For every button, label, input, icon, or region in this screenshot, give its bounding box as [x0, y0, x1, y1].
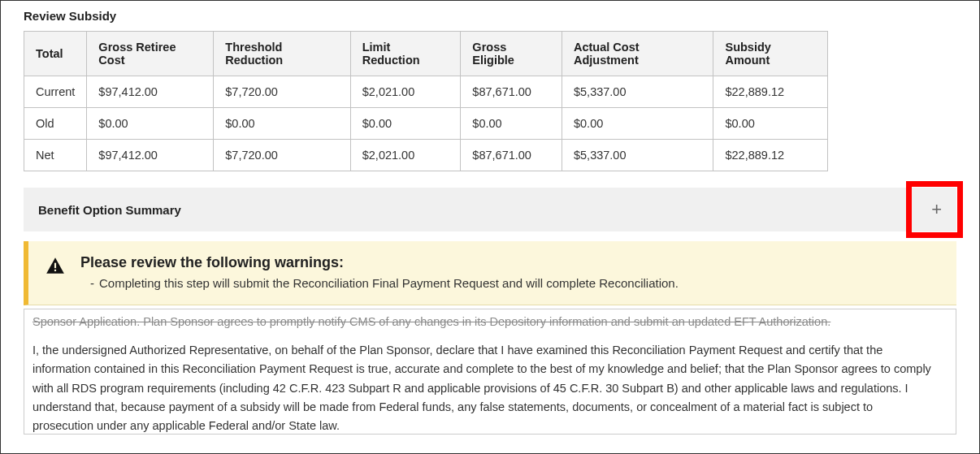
table-row: Net $97,412.00 $7,720.00 $2,021.00 $87,6…	[24, 140, 828, 171]
cell: $22,889.12	[713, 76, 828, 108]
row-label: Old	[24, 108, 87, 140]
cell: $2,021.00	[350, 140, 461, 171]
warning-panel: Please review the following warnings: -C…	[24, 241, 956, 305]
cell: $7,720.00	[214, 140, 350, 171]
cell: $5,337.00	[562, 76, 713, 108]
warning-icon	[45, 256, 66, 277]
bullet-dash: -	[90, 276, 94, 290]
cell: $2,021.00	[350, 76, 461, 108]
cell: $97,412.00	[87, 76, 214, 108]
section-title: Review Subsidy	[24, 9, 956, 23]
cell: $0.00	[87, 108, 214, 140]
cell: $7,720.00	[214, 76, 350, 108]
row-label: Net	[24, 140, 87, 171]
certification-textbox[interactable]: Sponsor Application. Plan Sponsor agrees…	[24, 309, 956, 435]
col-total: Total	[24, 32, 87, 76]
table-row: Current $97,412.00 $7,720.00 $2,021.00 $…	[24, 76, 828, 108]
col-limit-reduction: Limit Reduction	[350, 32, 461, 76]
warning-item-text: Completing this step will submit the Rec…	[99, 276, 679, 290]
col-threshold-reduction: Threshold Reduction	[214, 32, 350, 76]
cell: $87,671.00	[461, 140, 562, 171]
benefit-option-summary-accordion[interactable]: Benefit Option Summary +	[24, 188, 956, 231]
subsidy-table: Total Gross Retiree Cost Threshold Reduc…	[24, 31, 828, 171]
svg-rect-0	[54, 263, 56, 269]
col-gross-retiree-cost: Gross Retiree Cost	[87, 32, 214, 76]
warning-title: Please review the following warnings:	[80, 254, 940, 271]
col-subsidy-amount: Subsidy Amount	[713, 32, 828, 76]
cell: $0.00	[214, 108, 350, 140]
cell: $5,337.00	[562, 140, 713, 171]
cell: $0.00	[562, 108, 713, 140]
accordion-label: Benefit Option Summary	[38, 203, 181, 217]
table-header-row: Total Gross Retiree Cost Threshold Reduc…	[24, 32, 828, 76]
row-label: Current	[24, 76, 87, 108]
col-gross-eligible: Gross Eligible	[461, 32, 562, 76]
cell: $0.00	[350, 108, 461, 140]
cell: $0.00	[713, 108, 828, 140]
certification-text: I, the undersigned Authorized Representa…	[33, 341, 936, 434]
cell: $87,671.00	[461, 76, 562, 108]
cell: $22,889.12	[713, 140, 828, 171]
col-actual-cost-adjustment: Actual Cost Adjustment	[562, 32, 713, 76]
warning-item: -Completing this step will submit the Re…	[80, 276, 940, 290]
svg-rect-1	[54, 270, 56, 271]
cell: $97,412.00	[87, 140, 214, 171]
cell: $0.00	[461, 108, 562, 140]
plus-icon: +	[931, 201, 942, 218]
certification-prev-line: Sponsor Application. Plan Sponsor agrees…	[33, 313, 936, 331]
table-row: Old $0.00 $0.00 $0.00 $0.00 $0.00 $0.00	[24, 108, 828, 140]
